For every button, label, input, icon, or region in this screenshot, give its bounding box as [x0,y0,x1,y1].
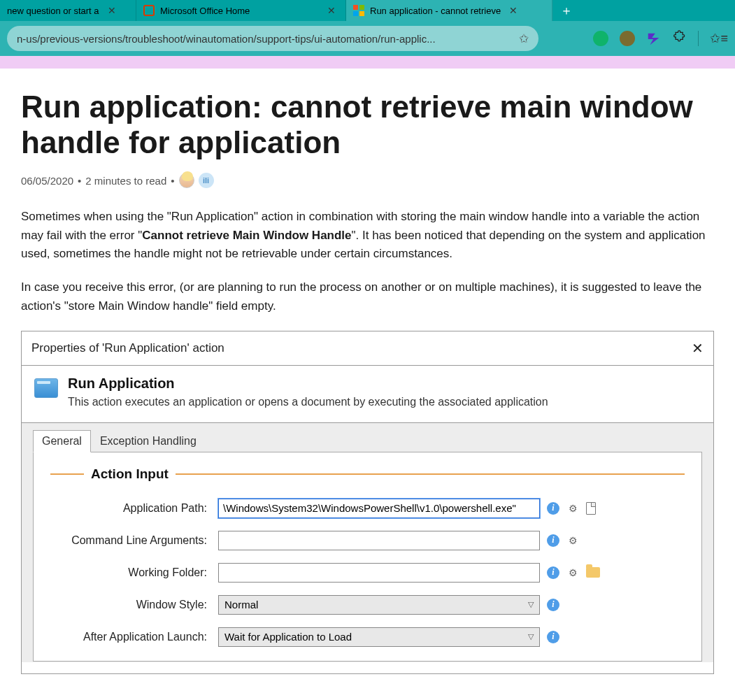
tab-panel-general: Action Input Application Path: \Windows\… [33,452,702,662]
info-icon[interactable]: i [547,534,559,547]
input-working-folder[interactable] [218,563,540,583]
row-working-folder: Working Folder: i ⚙ [50,563,685,583]
info-icon[interactable]: i [547,566,559,579]
gear-icon[interactable]: ⚙ [566,566,579,579]
close-icon[interactable]: ✕ [506,5,520,16]
gear-icon[interactable]: ⚙ [566,534,579,547]
browser-toolbar: n-us/previous-versions/troubleshoot/wina… [0,21,735,56]
input-application-path[interactable]: \Windows\System32\WindowsPowerShell\v1.0… [218,499,540,518]
extension-badge-green[interactable] [593,31,608,46]
page-title: Run application: cannot retrieve main wi… [21,90,714,160]
tab-1[interactable]: new question or start a ✕ [0,0,136,21]
tab-1-label: new question or start a [7,6,99,16]
close-icon[interactable]: ✕ [324,5,338,16]
tab-3-active[interactable]: Run application - cannot retrieve ✕ [346,0,552,21]
url-text: n-us/previous-versions/troubleshoot/wina… [17,33,436,45]
separator [698,31,699,46]
favorites-icon[interactable]: ✩≡ [710,31,728,46]
extension-badge-olive[interactable] [620,31,635,46]
dropdown-window-style[interactable]: Normal ▽ [218,595,540,615]
tab-3-label: Run application - cannot retrieve [370,6,501,16]
browser-tab-bar: new question or start a ✕ Microsoft Offi… [0,0,735,21]
contributor-avatar-2[interactable]: ili [199,173,214,188]
info-icon[interactable]: i [547,599,559,611]
dialog-tabs: General Exception Handling [22,423,713,452]
section-action-input: Action Input [50,466,685,482]
tab-general[interactable]: General [33,430,91,452]
gear-icon[interactable]: ⚙ [566,502,579,515]
dialog-header: Run Application This action executes an … [22,366,713,423]
dialog-header-desc: This action executes an application or o… [68,394,548,410]
extensions-icon[interactable] [673,30,687,48]
dialog-header-title: Run Application [68,376,548,392]
article-meta: 06/05/2020 • 2 minutes to read • ili [21,173,714,188]
office-icon [143,5,155,16]
chevron-down-icon: ▽ [528,600,534,609]
toolbar-icons: ✩≡ [593,30,728,48]
row-command-line-arguments: Command Line Arguments: i ⚙ [50,531,685,550]
contributor-avatar-1[interactable] [179,173,194,188]
close-icon[interactable]: ✕ [105,5,119,16]
tab-2[interactable]: Microsoft Office Home ✕ [136,0,346,21]
chevron-down-icon: ▽ [528,632,534,641]
article-date: 06/05/2020 [21,175,73,187]
label-window-style: Window Style: [50,599,211,611]
info-icon[interactable]: i [547,502,559,515]
label-command-line-arguments: Command Line Arguments: [50,534,211,547]
run-application-icon [34,378,58,398]
read-time: 2 minutes to read [85,175,166,187]
close-icon[interactable]: ✕ [692,340,704,357]
favorite-star-icon[interactable]: ✩ [519,31,529,46]
row-application-path: Application Path: \Windows\System32\Wind… [50,499,685,518]
tab-2-label: Microsoft Office Home [160,6,250,16]
paragraph-1: Sometimes when using the "Run Applicatio… [21,208,714,263]
section-title: Action Input [91,466,169,482]
dialog-run-application: Properties of 'Run Application' action ✕… [21,331,714,674]
info-icon[interactable]: i [547,631,559,643]
row-after-application-launch: After Application Launch: Wait for Appli… [50,627,685,647]
dialog-title: Properties of 'Run Application' action [31,341,224,355]
label-working-folder: Working Folder: [50,566,211,579]
new-tab-button[interactable]: ＋ [552,0,580,21]
dropdown-after-application-launch[interactable]: Wait for Application to Load ▽ [218,627,540,647]
label-after-application-launch: After Application Launch: [50,631,211,643]
input-command-line-arguments[interactable] [218,531,540,550]
banner-strip [0,56,735,69]
power-automate-icon[interactable] [646,31,662,46]
microsoft-icon [353,5,364,16]
tab-exception-handling[interactable]: Exception Handling [91,430,206,452]
dialog-body: General Exception Handling Action Input … [22,423,713,662]
dialog-titlebar: Properties of 'Run Application' action ✕ [22,331,713,366]
folder-icon[interactable] [586,567,600,578]
error-name-bold: Cannot retrieve Main Window Handle [142,229,351,242]
paragraph-2: In case you receive this error, (or are … [21,278,714,315]
label-application-path: Application Path: [50,502,211,515]
article-content: Run application: cannot retrieve main wi… [0,69,735,695]
address-bar[interactable]: n-us/previous-versions/troubleshoot/wina… [7,26,538,51]
file-icon[interactable] [586,502,596,515]
row-window-style: Window Style: Normal ▽ i [50,595,685,615]
